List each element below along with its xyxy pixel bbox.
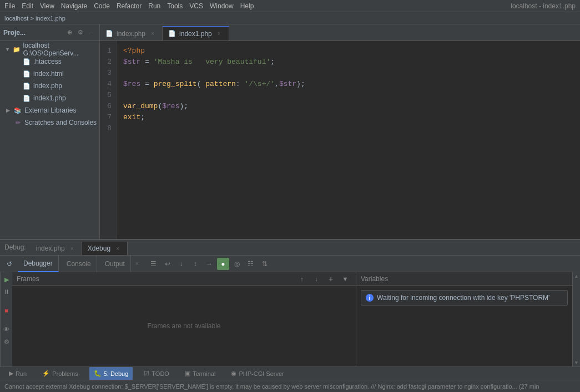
todo-tab[interactable]: ☑ TODO [139,367,174,380]
list-icon[interactable]: ☷ [245,258,257,270]
pause-btn[interactable]: ⏸ [2,287,12,297]
menu-run[interactable]: Run [148,2,160,10]
code-content[interactable]: <?php $str = 'Masha is very beautiful'; … [117,41,580,239]
variables-header: Variables [356,272,572,286]
menu-file[interactable]: File [4,2,15,10]
menu-navigate[interactable]: Navigate [61,2,87,10]
sidebar-toolbar: Proje... ⊕ ⚙ − [0,24,99,41]
menu-view[interactable]: View [40,2,54,10]
frames-header: Frames ↑ ↓ + ▼ [12,272,356,286]
menu-bar: File Edit View Navigate Code Refactor Ru… [0,0,580,12]
debugger-tab[interactable]: Debugger [18,256,59,272]
menu-code[interactable]: Code [94,2,110,10]
status-message: Cannot accept external Xdebug connection… [4,383,539,390]
menu-tools[interactable]: Tools [167,2,183,10]
step-into-icon[interactable]: → [203,258,215,270]
rerun-icon[interactable]: ↩ [162,258,174,270]
scroll-up-var[interactable]: ▲ [574,273,579,279]
tab-bar: 📄 index.php × 📄 index1.php × [100,24,580,41]
debug-label: Debug: [0,240,31,255]
frames-down-btn[interactable]: ↓ [310,273,322,285]
tab-index1-php[interactable]: 📄 index1.php × [163,26,229,40]
settings-icon[interactable]: ⚙ [76,28,85,37]
info-icon: i [366,294,374,302]
tree-icon-0: 📁 [13,45,21,54]
problems-tab[interactable]: ⚡ Problems [38,367,82,380]
console-tab[interactable]: Console [61,256,97,272]
add-icon[interactable]: ⊕ [65,28,74,37]
tree-label-4: index1.php [33,94,66,102]
step-over-icon[interactable]: ↕ [189,258,201,270]
sidebar-tree-item-1[interactable]: 📄.htaccess [0,55,99,68]
problems-label: Problems [52,370,78,377]
window-title: localhost - index1.php [511,2,576,10]
run-tab[interactable]: ▶ Run [4,367,31,380]
mute-icon[interactable]: ● [217,258,229,270]
menu-vcs[interactable]: VCS [189,2,203,10]
frames-scroll-btn[interactable]: ▼ [339,273,351,285]
breadcrumb-root[interactable]: localhost [4,15,28,22]
tree-arrow-3 [13,83,20,89]
menu-refactor[interactable]: Refactor [117,2,142,10]
debug-status-icon: 🐛 [94,370,102,377]
php-cgi-icon: ◉ [231,370,236,377]
frames-label: Frames [17,275,39,283]
run-label: Run [16,370,27,377]
target-icon[interactable]: ◎ [231,258,243,270]
console-tab-label: Console [67,260,91,268]
debug-tab-close-0[interactable]: × [68,245,76,252]
variables-scrollbar[interactable]: ▲ ▼ [572,272,580,366]
menu-icon[interactable]: ☰ [148,258,160,270]
tree-label-1: .htaccess [33,58,62,65]
debug-tab-xdebug[interactable]: Xdebug × [82,242,128,255]
stop-btn[interactable]: ■ [2,306,12,315]
tree-label-0: localhost G:\OS\OpenServ... [23,42,99,57]
sidebar: Proje... ⊕ ⚙ − ▼📁localhost G:\OS\OpenSer… [0,24,100,239]
watch-btn[interactable]: 👁 [2,324,12,334]
menu-window[interactable]: Window [210,2,234,10]
code-editor[interactable]: 1 2 3 4 5 6 7 8 <?php $str = 'Masha is v… [100,41,580,239]
minimize-icon[interactable]: − [87,28,96,37]
sidebar-tree-item-6[interactable]: ✏Scratches and Consoles [0,116,99,129]
restart-btn[interactable]: ↺ [3,258,16,270]
variables-content: i Waiting for incoming connection with i… [356,286,572,366]
resume-btn[interactable]: ▶ [2,274,12,284]
sidebar-tree-item-5[interactable]: ▶📚External Libraries [0,104,99,116]
menu-help[interactable]: Help [240,2,254,10]
terminal-tab[interactable]: ▣ Terminal [180,367,220,380]
frames-add-btn[interactable]: + [325,273,337,285]
stop-icon[interactable]: ↓ [175,258,188,270]
tree-icon-2: 📄 [22,69,31,78]
debug-tab-close-1[interactable]: × [114,245,122,252]
sidebar-tree-item-2[interactable]: 📄index.html [0,68,99,80]
waiting-message: i Waiting for incoming connection with i… [361,290,568,306]
scroll-down-var[interactable]: ▼ [574,360,579,365]
settings-btn2[interactable]: ⚙ [2,337,12,347]
debug-status-tab[interactable]: 🐛 5: Debug [89,367,133,380]
php-icon-0: 📄 [105,30,113,37]
waiting-text: Waiting for incoming connection with ide… [377,294,549,302]
tree-label-3: index.php [33,82,62,90]
php-cgi-tab[interactable]: ◉ PHP-CGI Server [226,367,288,380]
debug-tab-index-php[interactable]: index.php × [31,242,82,255]
sidebar-tree: ▼📁localhost G:\OS\OpenServ...📄.htaccess📄… [0,41,99,239]
run-icon: ▶ [9,370,13,377]
variables-label: Variables [361,275,388,283]
tab-close-0[interactable]: × [149,30,157,38]
tree-icon-4: 📄 [22,94,31,103]
sort-icon[interactable]: ⇅ [259,258,271,270]
tree-icon-1: 📄 [22,57,31,66]
sidebar-tree-item-3[interactable]: 📄index.php [0,80,99,92]
frames-up-btn[interactable]: ↑ [296,273,308,285]
tree-icon-6: ✏ [13,118,22,127]
menu-edit[interactable]: Edit [22,2,33,10]
debug-status-label: 5: Debug [104,370,129,377]
tree-arrow-0: ▼ [4,46,11,53]
breadcrumb-file[interactable]: index1.php [36,15,65,22]
output-close[interactable]: × [133,260,141,268]
tab-close-1[interactable]: × [215,30,223,38]
output-tab[interactable]: Output [99,256,131,272]
tab-index-php[interactable]: 📄 index.php × [100,26,163,40]
sidebar-tree-item-0[interactable]: ▼📁localhost G:\OS\OpenServ... [0,43,99,55]
sidebar-tree-item-4[interactable]: 📄index1.php [0,92,99,104]
